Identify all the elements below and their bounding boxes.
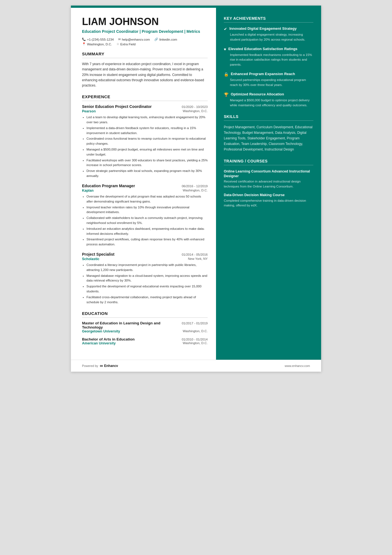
job-header-1: Education Program Manager 06/2016 - 12/2… xyxy=(82,184,208,188)
footer: Powered by ∞ Enhancv www.enhancv.com xyxy=(71,360,321,372)
achievement-header-3: 🏆 Optimized Resource Allocation xyxy=(224,92,313,97)
linkedin-text: linkedin.com xyxy=(159,38,177,41)
checkmark-icon: ✔ xyxy=(224,27,227,31)
job-dates-0: 01/2020 - 10/2023 xyxy=(182,105,208,108)
skills-section: SKILLS Project Management, Curriculum De… xyxy=(224,114,313,152)
achievement-desc-0: Launched a digital engagement strategy, … xyxy=(224,32,313,42)
achievement-item-0: ✔ Innovated Digital Engagement Strategy … xyxy=(224,26,313,42)
edu-dates-0: 01/2017 - 01/2019 xyxy=(182,322,208,325)
job-bullets-2: Coordinated a literacy improvement proje… xyxy=(82,263,208,305)
achievement-title-2: Enhanced Program Expansion Reach xyxy=(231,72,295,77)
edu-school-0: Georgetown University xyxy=(82,329,120,333)
education-section: EDUCATION Master of Education in Learnin… xyxy=(82,311,208,345)
bullet-item: Implemented a data-driven feedback syste… xyxy=(86,126,208,136)
edu-degree-0: Master of Education in Learning Design a… xyxy=(82,321,182,329)
achievements-section: KEY ACHIEVEMENTS ✔ Innovated Digital Eng… xyxy=(224,16,313,108)
summary-title: SUMMARY xyxy=(82,51,208,58)
email-text: help@enhancv.com xyxy=(122,38,150,41)
job-dates-1: 06/2016 - 12/2019 xyxy=(182,184,208,188)
job-header-2: Project Specialist 01/2014 - 05/2016 xyxy=(82,252,208,256)
training-item-1: Data-Driven Decision Making Course Compl… xyxy=(224,193,313,208)
achievement-item-1: ♥ Elevated Education Satisfaction Rating… xyxy=(224,47,313,67)
candidate-title: Education Project Coordinator | Program … xyxy=(82,29,208,34)
job-sub-1: Kaplan Washington, D.C. xyxy=(82,189,208,193)
training-course-desc-1: Completed comprehensive training in data… xyxy=(224,198,313,208)
bullet-item: Managed database migration to a cloud-ba… xyxy=(86,273,208,283)
powered-by-label: Powered by xyxy=(82,364,98,367)
star-icon: ☆ xyxy=(116,42,119,46)
experience-section: EXPERIENCE Senior Education Project Coor… xyxy=(82,94,208,305)
brand-name: Enhancv xyxy=(104,364,118,368)
education-title: EDUCATION xyxy=(82,311,208,318)
training-title: TRAINING / COURSES xyxy=(224,159,313,165)
bullet-item: Introduced an education analytics dashbo… xyxy=(86,226,208,236)
achievement-header-0: ✔ Innovated Digital Engagement Strategy xyxy=(224,26,313,31)
job-title-0: Senior Education Project Coordinator xyxy=(82,104,152,109)
bullet-item: Supported the development of regional ed… xyxy=(86,284,208,294)
contact-info: 📞 +1-(234)-555-1234 ✉ help@enhancv.com 🔗… xyxy=(82,38,208,41)
job-title-2: Project Specialist xyxy=(82,252,115,256)
achievement-desc-2: Secured partnerships expanding education… xyxy=(224,78,313,88)
job-company-0: Pearson xyxy=(82,109,96,113)
location-item: 📍 Washington, D.C. xyxy=(82,42,112,46)
edu-sub-1: American University Washington, D.C. xyxy=(82,341,208,345)
edu-location-1: Washington, D.C. xyxy=(183,341,208,345)
achievement-desc-3: Managed a $500,000 budget to optimize pr… xyxy=(224,98,313,108)
achievement-title-1: Elevated Education Satisfaction Ratings xyxy=(228,47,297,51)
edu-header-0: Master of Education in Learning Design a… xyxy=(82,321,208,329)
left-column: LIAM JOHNSON Education Project Coordinat… xyxy=(71,8,216,360)
job-dates-2: 01/2014 - 05/2016 xyxy=(182,253,208,256)
bullet-item: Improved teacher retention rates by 10% … xyxy=(86,205,208,215)
bullet-item: Facilitated workshops with over 300 educ… xyxy=(86,158,208,168)
resume-wrapper: LIAM JOHNSON Education Project Coordinat… xyxy=(71,6,321,372)
skills-text: Project Management, Curriculum Developme… xyxy=(224,125,313,152)
header-section: LIAM JOHNSON Education Project Coordinat… xyxy=(82,16,208,46)
extra-field-item: ☆ Extra Field xyxy=(116,42,136,46)
edu-entry-1: Bachelor of Arts in Education 01/2010 - … xyxy=(82,337,208,345)
edu-school-1: American University xyxy=(82,341,116,345)
email-item: ✉ help@enhancv.com xyxy=(118,38,150,41)
training-section: TRAINING / COURSES Online Learning Conso… xyxy=(224,159,313,208)
bullet-item: Streamlined project workflows, cutting d… xyxy=(86,237,208,247)
edu-header-1: Bachelor of Arts in Education 01/2010 - … xyxy=(82,337,208,341)
job-title-1: Education Program Manager xyxy=(82,184,135,188)
job-entry-0: Senior Education Project Coordinator 01/… xyxy=(82,104,208,179)
bullet-item: Led a team to develop digital learning t… xyxy=(86,115,208,125)
edu-location-0: Washington, D.C. xyxy=(183,329,208,333)
edu-dates-1: 01/2010 - 01/2014 xyxy=(182,338,208,341)
main-content: LIAM JOHNSON Education Project Coordinat… xyxy=(71,8,321,360)
achievement-title-0: Innovated Digital Engagement Strategy xyxy=(229,26,297,31)
edu-degree-1: Bachelor of Arts in Education xyxy=(82,337,182,341)
job-entry-2: Project Specialist 01/2014 - 05/2016 Sch… xyxy=(82,252,208,305)
job-company-1: Kaplan xyxy=(82,189,94,193)
job-location-2: New York, NY xyxy=(188,257,208,261)
location-text: Washington, D.C. xyxy=(87,43,112,46)
bullet-item: Coordinated a literacy improvement proje… xyxy=(86,263,208,273)
bullet-item: Managed a $500,000 project budget, ensur… xyxy=(86,147,208,157)
achievement-title-3: Optimized Resource Allocation xyxy=(231,92,284,97)
linkedin-item: 🔗 linkedin.com xyxy=(154,38,177,41)
trophy-icon: 🏆 xyxy=(224,92,229,97)
skills-title: SKILLS xyxy=(224,114,313,121)
job-location-1: Washington, D.C. xyxy=(183,189,208,193)
job-company-2: Scholastic xyxy=(82,257,100,261)
location-icon: 📍 xyxy=(82,42,86,46)
summary-text: With 7 years of experience in education … xyxy=(82,61,208,88)
achievements-title: KEY ACHIEVEMENTS xyxy=(224,16,313,23)
lock-icon: 🔒 xyxy=(224,72,229,77)
bullet-item: Drove strategic partnerships with local … xyxy=(86,169,208,179)
achievement-item-3: 🏆 Optimized Resource Allocation Managed … xyxy=(224,92,313,108)
phone-item: 📞 +1-(234)-555-1234 xyxy=(82,38,114,41)
job-entry-1: Education Program Manager 06/2016 - 12/2… xyxy=(82,184,208,247)
top-accent-bar xyxy=(71,6,321,8)
experience-title: EXPERIENCE xyxy=(82,94,208,101)
logo-icon: ∞ xyxy=(100,363,103,368)
right-column: KEY ACHIEVEMENTS ✔ Innovated Digital Eng… xyxy=(216,8,321,360)
bullet-item: Collaborated with stakeholders to launch… xyxy=(86,216,208,226)
training-item-0: Online Learning Consortium Advanced Inst… xyxy=(224,169,313,189)
summary-section: SUMMARY With 7 years of experience in ed… xyxy=(82,51,208,88)
bullet-item: Facilitated cross-departmental collabora… xyxy=(86,295,208,305)
phone-text: +1-(234)-555-1234 xyxy=(87,38,114,41)
training-course-desc-0: Received certification in advanced instr… xyxy=(224,179,313,189)
heart-icon: ♥ xyxy=(224,47,226,51)
